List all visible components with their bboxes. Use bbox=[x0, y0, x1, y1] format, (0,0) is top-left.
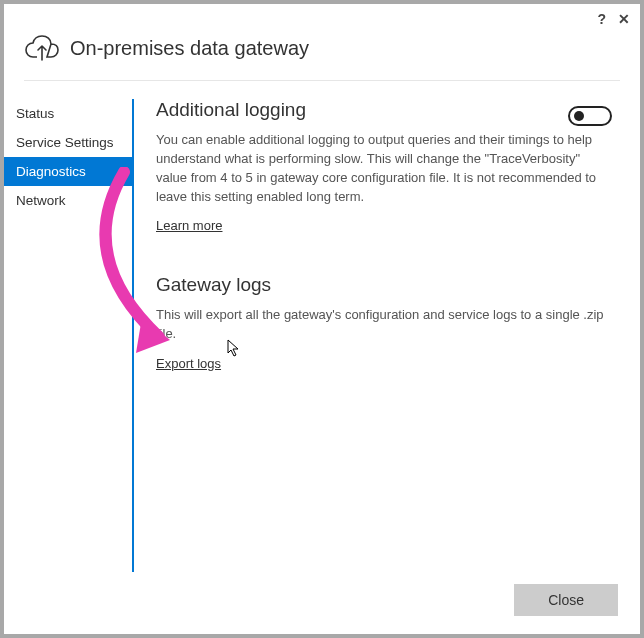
close-icon[interactable]: ✕ bbox=[618, 11, 630, 27]
additional-logging-section: Additional logging You can enable additi… bbox=[156, 99, 612, 234]
content-panel: Additional logging You can enable additi… bbox=[134, 95, 620, 572]
sidebar: Status Service Settings Diagnostics Netw… bbox=[4, 95, 132, 572]
footer: Close bbox=[4, 572, 640, 634]
body: Status Service Settings Diagnostics Netw… bbox=[4, 81, 640, 572]
sidebar-item-diagnostics[interactable]: Diagnostics bbox=[4, 157, 132, 186]
learn-more-link[interactable]: Learn more bbox=[156, 218, 222, 233]
gateway-logs-desc: This will export all the gateway's confi… bbox=[156, 306, 612, 344]
titlebar: ? ✕ bbox=[4, 4, 640, 28]
help-icon[interactable]: ? bbox=[597, 11, 606, 27]
window-title: On-premises data gateway bbox=[70, 37, 309, 60]
gateway-logs-title: Gateway logs bbox=[156, 274, 612, 296]
sidebar-item-network[interactable]: Network bbox=[4, 186, 132, 215]
cloud-gateway-icon bbox=[24, 34, 60, 62]
additional-logging-desc: You can enable additional logging to out… bbox=[156, 131, 612, 206]
additional-logging-title: Additional logging bbox=[156, 99, 306, 121]
additional-logging-toggle[interactable] bbox=[568, 106, 612, 126]
sidebar-item-status[interactable]: Status bbox=[4, 99, 132, 128]
gateway-config-window: ? ✕ On-premises data gateway Status Serv… bbox=[4, 4, 640, 634]
sidebar-item-service-settings[interactable]: Service Settings bbox=[4, 128, 132, 157]
close-button[interactable]: Close bbox=[514, 584, 618, 616]
toggle-knob bbox=[574, 111, 584, 121]
export-logs-link[interactable]: Export logs bbox=[156, 356, 221, 371]
header: On-premises data gateway bbox=[4, 28, 640, 80]
gateway-logs-section: Gateway logs This will export all the ga… bbox=[156, 274, 612, 372]
